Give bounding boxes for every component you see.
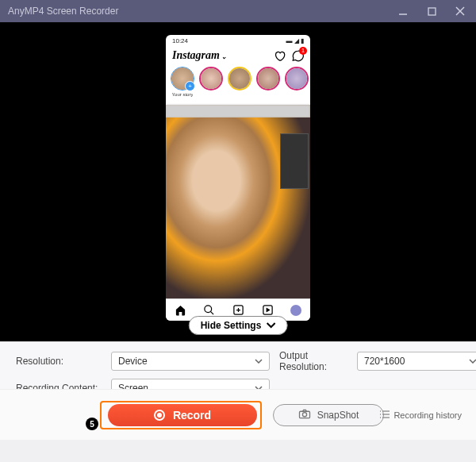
status-icons: ▬ ◢ ▮ <box>286 37 304 44</box>
home-icon <box>175 304 186 316</box>
instagram-header: Instagram <box>166 46 310 65</box>
maximize-button[interactable] <box>420 2 443 20</box>
chevron-down-icon <box>469 359 476 364</box>
record-icon <box>154 410 165 421</box>
story-item <box>285 67 309 105</box>
output-resolution-label: Output Resolution: <box>270 350 357 372</box>
phone-status-bar: 10:24 ▬ ◢ ▮ <box>166 35 310 46</box>
story-own: Your story <box>171 67 194 105</box>
story-item <box>228 67 251 105</box>
profile-avatar-icon <box>290 305 301 316</box>
instagram-post <box>166 105 310 298</box>
svg-point-11 <box>302 412 306 416</box>
instagram-header-icons <box>274 50 304 62</box>
phone-preview: 10:24 ▬ ◢ ▮ Instagram Your story <box>166 35 310 321</box>
chevron-down-icon <box>266 322 275 329</box>
tutorial-highlight <box>100 401 262 429</box>
action-bar: 5 Record SnapShot Recording history <box>0 389 476 440</box>
app-title: AnyMP4 Screen Recorder <box>5 6 118 17</box>
hide-settings-label: Hide Settings <box>201 320 262 331</box>
search-icon <box>203 304 215 316</box>
stories-row: Your story <box>166 65 310 105</box>
minimize-button[interactable] <box>392 2 414 20</box>
resolution-dropdown[interactable]: Device <box>111 352 270 371</box>
svg-point-4 <box>205 306 212 313</box>
resolution-label: Resolution: <box>16 356 111 367</box>
preview-area: 10:24 ▬ ◢ ▮ Instagram Your story <box>0 22 476 341</box>
list-icon <box>380 410 390 420</box>
camera-icon <box>298 409 311 422</box>
svg-rect-1 <box>428 8 436 15</box>
heart-icon <box>274 50 286 62</box>
title-bar: AnyMP4 Screen Recorder <box>0 0 476 22</box>
chevron-down-icon <box>255 359 263 364</box>
story-item <box>199 67 223 105</box>
snapshot-label: SnapShot <box>317 410 359 421</box>
snapshot-button[interactable]: SnapShot <box>273 404 384 426</box>
output-resolution-dropdown[interactable]: 720*1600 <box>357 352 476 371</box>
tutorial-step-badge: 5 <box>86 418 98 430</box>
history-label: Recording history <box>393 410 462 420</box>
window-controls <box>392 2 471 20</box>
recording-history-link[interactable]: Recording history <box>380 410 462 420</box>
hide-settings-button[interactable]: Hide Settings <box>189 316 288 335</box>
status-time: 10:24 <box>172 37 188 44</box>
add-post-icon <box>232 304 244 316</box>
close-button[interactable] <box>449 2 471 20</box>
svg-line-5 <box>211 311 214 314</box>
reels-icon <box>262 304 274 316</box>
messenger-icon <box>292 50 304 62</box>
instagram-logo: Instagram <box>172 49 227 62</box>
story-item <box>256 67 280 105</box>
settings-panel: Resolution: Device Output Resolution: 72… <box>0 341 476 389</box>
